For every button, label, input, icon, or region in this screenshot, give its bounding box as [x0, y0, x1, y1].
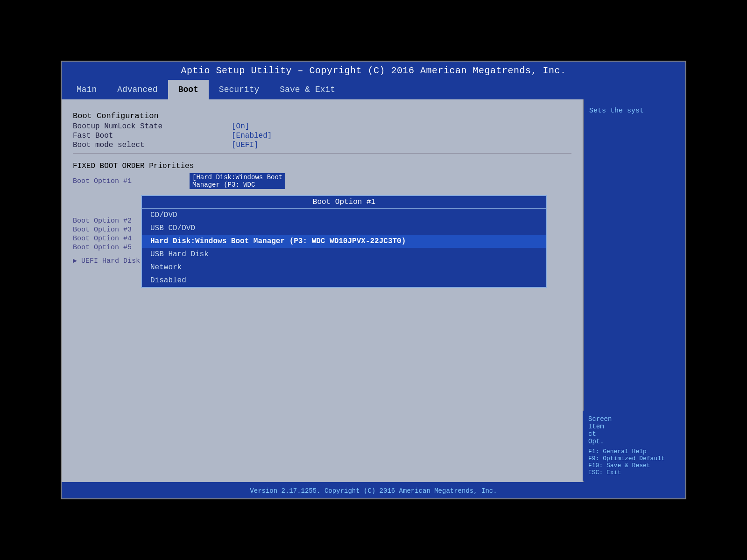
- dropdown-title: Boot Option #1: [142, 196, 546, 209]
- section-boot-config: Boot Configuration: [73, 112, 571, 120]
- dropdown-item-usb-harddisk[interactable]: USB Hard Disk: [142, 248, 546, 261]
- boot-option1-row: Boot Option #1 [Hard Disk:Windows BootMa…: [73, 173, 571, 189]
- boot-option1-label: Boot Option #1: [73, 177, 176, 185]
- shortcut-f1: F1: General Help: [588, 448, 680, 455]
- fixed-boot-header: FIXED BOOT ORDER Priorities: [73, 162, 571, 170]
- shortcut-esc: ESC: Exit: [588, 469, 680, 476]
- title-bar: Aptio Setup Utility – Copyright (C) 2016…: [62, 62, 685, 80]
- bios-screen: Aptio Setup Utility – Copyright (C) 2016…: [61, 61, 686, 499]
- main-panel: Boot Configuration Bootup NumLock State …: [62, 99, 583, 482]
- nav-boot[interactable]: Boot: [168, 80, 209, 99]
- fastboot-value[interactable]: [Enabled]: [232, 132, 272, 140]
- dropdown-item-cddvd[interactable]: CD/DVD: [142, 209, 546, 222]
- bottom-bar: Version 2.17.1255. Copyright (C) 2016 Am…: [62, 482, 685, 499]
- dropdown-item-usb-cddvd[interactable]: USB CD/DVD: [142, 222, 546, 235]
- numlock-value[interactable]: [On]: [232, 122, 249, 131]
- boot-option-dropdown: Boot Option #1 CD/DVD USB CD/DVD Hard Di…: [141, 195, 547, 288]
- dropdown-item-disabled[interactable]: Disabled: [142, 274, 546, 287]
- nav-advanced[interactable]: Advanced: [107, 80, 168, 99]
- nav-main[interactable]: Main: [66, 80, 107, 99]
- fastboot-row: Fast Boot [Enabled]: [73, 132, 571, 140]
- shortcut-f9: F9: Optimized Default: [588, 455, 680, 462]
- divider-1: [73, 153, 571, 154]
- version-text: Version 2.17.1255. Copyright (C) 2016 Am…: [250, 487, 497, 495]
- dropdown-item-network[interactable]: Network: [142, 261, 546, 274]
- shortcut-f10: F10: Save & Reset: [588, 462, 680, 469]
- title-text: Aptio Setup Utility – Copyright (C) 2016…: [181, 65, 566, 76]
- numlock-label: Bootup NumLock State: [73, 122, 213, 131]
- dropdown-item-harddisk[interactable]: Hard Disk:Windows Boot Manager (P3: WDC …: [142, 235, 546, 248]
- screen-item-text: ScreenItemctOpt.: [588, 415, 680, 445]
- right-panel-help: Sets the syst: [589, 107, 680, 115]
- numlock-row: Bootup NumLock State [On]: [73, 122, 571, 131]
- right-panel-shortcuts: ScreenItemctOpt. F1: General Help F9: Op…: [583, 411, 685, 481]
- boot-option1-value[interactable]: [Hard Disk:Windows BootManager (P3: WDC: [190, 173, 285, 189]
- nav-security[interactable]: Security: [209, 80, 269, 99]
- fastboot-label: Fast Boot: [73, 132, 213, 140]
- bootmode-label: Boot mode select: [73, 141, 213, 149]
- uefi-hard-disk-label[interactable]: ▶ UEFI Hard Disk D: [73, 256, 148, 265]
- nav-save-exit[interactable]: Save & Exit: [269, 80, 345, 99]
- bootmode-row: Boot mode select [UEFI]: [73, 141, 571, 149]
- nav-bar: Main Advanced Boot Security Save & Exit: [62, 80, 685, 99]
- bootmode-value[interactable]: [UEFI]: [232, 141, 259, 149]
